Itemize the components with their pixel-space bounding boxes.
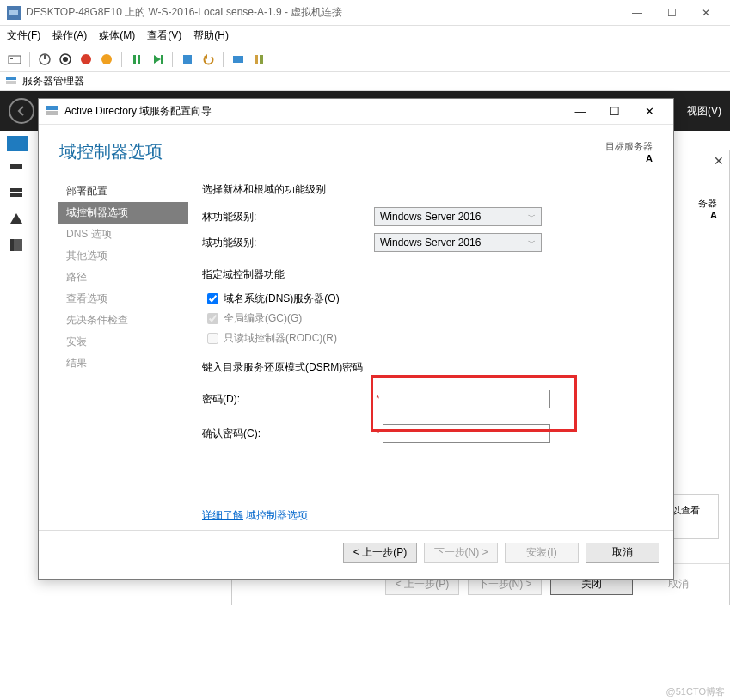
svg-rect-1 [9, 10, 18, 15]
bg-target-server: 务器A [698, 197, 717, 220]
close-button[interactable]: ✕ [689, 1, 723, 25]
nav-deploy[interactable]: 部署配置 [58, 181, 188, 202]
nav-paths: 路径 [58, 267, 188, 288]
nav-dc-options[interactable]: 域控制器选项 [58, 202, 188, 224]
local-server-icon[interactable] [9, 160, 26, 177]
separator [172, 52, 173, 67]
svg-marker-24 [10, 213, 22, 224]
menu-help[interactable]: 帮助(H) [193, 28, 229, 43]
forest-level-combo[interactable]: Windows Server 2016﹀ [374, 207, 542, 226]
select-levels-label: 选择新林和根域的功能级别 [202, 182, 649, 197]
dns-checkbox[interactable]: 域名系统(DNS)服务器(O) [207, 292, 649, 306]
vm-titlebar: DESKTOP-48G8E10 上的 W-S-2016-LocaLsense-A… [0, 0, 730, 26]
svg-point-7 [63, 57, 68, 62]
svg-rect-11 [138, 55, 140, 64]
start-icon[interactable] [37, 52, 52, 67]
specify-caps-label: 指定域控制器功能 [202, 267, 649, 282]
gc-checkbox: 全局编录(GC)(G) [207, 311, 649, 326]
rodc-checkbox: 只读域控制器(RODC)(R) [207, 331, 649, 346]
svg-rect-14 [183, 55, 192, 64]
file-services-icon[interactable] [9, 237, 26, 255]
svg-rect-23 [10, 193, 22, 197]
svg-rect-3 [10, 58, 13, 59]
nav-install: 安装 [58, 331, 188, 353]
nav-prereq: 先决条件检查 [58, 310, 188, 331]
share-icon[interactable] [251, 52, 267, 67]
wizard-nav: 部署配置 域控制器选项 DNS 选项 其他选项 路径 查看选项 先决条件检查 安… [42, 169, 188, 530]
svg-rect-19 [6, 77, 16, 80]
separator [29, 52, 30, 67]
svg-point-8 [81, 54, 91, 64]
bg-close-button[interactable]: ✕ [714, 154, 724, 168]
confirm-password-label: 确认密码(C): [202, 427, 374, 441]
wizard-heading: 域控制器选项 [59, 140, 163, 163]
checkpoint-icon[interactable] [180, 52, 195, 67]
maximize-button[interactable]: ☐ [654, 1, 689, 25]
revert-icon[interactable] [200, 52, 216, 67]
wizard-footer: < 上一步(P) 下一步(N) > 安装(I) 取消 [39, 530, 673, 574]
shutdown-icon[interactable] [58, 52, 73, 67]
svg-rect-27 [46, 106, 58, 110]
back-button[interactable] [9, 98, 34, 124]
install-button: 安装(I) [505, 543, 579, 563]
chevron-down-icon: ﹀ [528, 212, 536, 223]
vm-icon [7, 6, 21, 20]
svg-rect-2 [9, 56, 21, 64]
domain-level-combo[interactable]: Windows Server 2016﹀ [374, 233, 542, 252]
menu-file[interactable]: 文件(F) [7, 28, 40, 43]
next-button: 下一步(N) > [424, 543, 498, 563]
svg-rect-26 [14, 239, 22, 251]
svg-point-9 [101, 54, 112, 64]
wizard-maximize-button[interactable]: ☐ [598, 100, 632, 124]
svg-rect-16 [233, 56, 243, 63]
svg-rect-20 [6, 81, 16, 84]
svg-rect-18 [260, 55, 263, 64]
all-servers-icon[interactable] [9, 186, 26, 203]
separator [121, 52, 122, 67]
forest-level-label: 林功能级别: [202, 210, 374, 224]
target-server-label: 目标服务器A [605, 140, 653, 163]
menu-action[interactable]: 操作(A) [52, 28, 87, 43]
password-label: 密码(D): [202, 392, 374, 407]
dsrm-prompt-label: 键入目录服务还原模式(DSRM)密码 [202, 360, 649, 375]
adds-wizard-dialog: Active Directory 域服务配置向导 — ☐ ✕ 域控制器选项 目标… [38, 98, 674, 580]
svg-rect-22 [10, 188, 22, 192]
wizard-icon [46, 105, 59, 119]
nav-other: 其他选项 [58, 245, 188, 267]
separator [223, 52, 224, 67]
server-manager-sidebar [0, 131, 34, 700]
ctrl-alt-del-icon[interactable] [7, 52, 22, 67]
svg-rect-13 [161, 55, 163, 64]
prev-button[interactable]: < 上一步(P) [343, 543, 417, 563]
menu-media[interactable]: 媒体(M) [99, 28, 135, 43]
server-manager-titlebar: 服务器管理器 [0, 72, 730, 91]
reset-icon[interactable] [150, 52, 165, 67]
svg-rect-17 [255, 55, 258, 64]
chevron-down-icon: ﹀ [528, 237, 536, 249]
wizard-titlebar: Active Directory 域服务配置向导 — ☐ ✕ [39, 99, 673, 125]
svg-rect-21 [10, 164, 22, 169]
dashboard-icon[interactable] [7, 136, 28, 151]
svg-rect-28 [46, 111, 58, 115]
cancel-button[interactable]: 取消 [586, 543, 659, 563]
domain-level-label: 域功能级别: [202, 236, 374, 250]
watermark: @51CTO博客 [666, 685, 725, 698]
stop-icon[interactable] [78, 52, 94, 67]
server-manager-title: 服务器管理器 [22, 74, 84, 89]
menu-view[interactable]: 查看(V) [147, 28, 181, 43]
header-view-menu[interactable]: 视图(V) [687, 104, 721, 119]
pause-icon[interactable] [129, 52, 144, 67]
nav-result: 结果 [58, 353, 188, 374]
wizard-content: 选择新林和根域的功能级别 林功能级别: Windows Server 2016﹀… [188, 169, 670, 530]
wizard-minimize-button[interactable]: — [563, 100, 598, 124]
more-info-link[interactable]: 详细了解 域控制器选项 [202, 508, 649, 523]
minimize-button[interactable]: — [620, 1, 654, 25]
adds-icon[interactable] [9, 212, 26, 229]
highlight-box [371, 375, 577, 432]
wizard-close-button[interactable]: ✕ [632, 100, 666, 124]
svg-rect-5 [44, 55, 46, 59]
enhanced-icon[interactable] [230, 52, 246, 67]
save-icon[interactable] [99, 52, 114, 67]
server-manager-icon [5, 76, 17, 88]
vm-title: DESKTOP-48G8E10 上的 W-S-2016-LocaLsense-A… [26, 5, 620, 20]
